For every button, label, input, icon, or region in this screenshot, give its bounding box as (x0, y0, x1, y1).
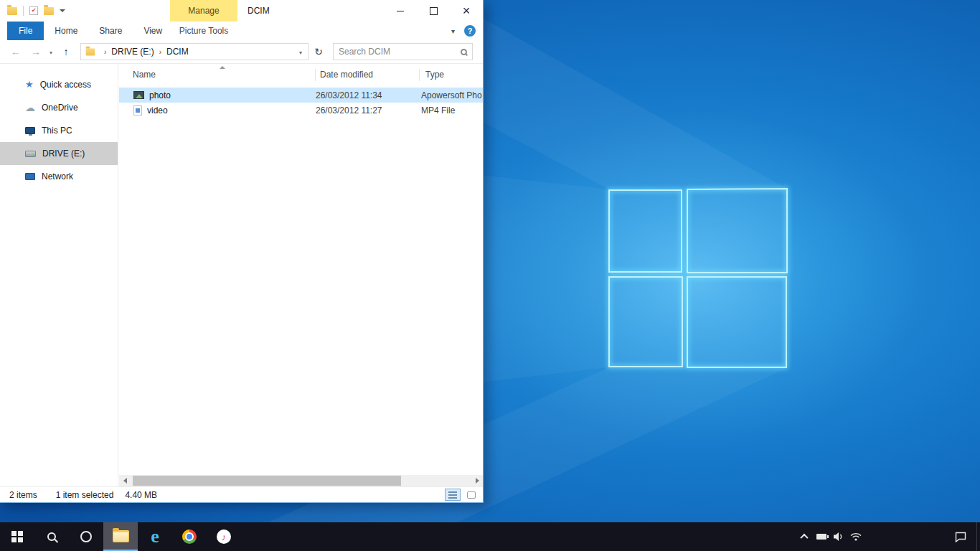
file-name-cell: video (119, 105, 316, 116)
search-icon[interactable] (461, 49, 467, 55)
itunes-icon (217, 529, 231, 544)
maximize-button[interactable] (417, 0, 450, 22)
address-dropdown-chevron-icon[interactable] (293, 47, 308, 57)
volume-icon[interactable] (830, 522, 847, 551)
taskbar-search-button[interactable] (34, 522, 69, 551)
scrollbar-track[interactable] (131, 475, 471, 486)
minimize-button[interactable] (384, 0, 417, 22)
network-wifi-icon[interactable] (847, 522, 864, 551)
recent-locations-chevron-icon[interactable] (46, 47, 56, 57)
search-input[interactable] (339, 47, 461, 57)
sidebar-item-label: Network (42, 171, 73, 182)
sidebar-item-drive-e[interactable]: DRIVE (E:) (0, 142, 118, 165)
search-icon (47, 532, 56, 541)
battery-icon[interactable] (813, 522, 830, 551)
column-header-date-modified[interactable]: Date modified (320, 64, 373, 85)
help-icon[interactable] (464, 25, 476, 37)
windows-logo-panes (609, 189, 787, 367)
window-controls (384, 0, 483, 22)
scrollbar-thumb[interactable] (133, 476, 401, 486)
address-bar[interactable]: DRIVE (E:) DCIM (80, 43, 308, 60)
cloud-icon (25, 103, 35, 113)
sidebar-item-label: OneDrive (42, 103, 78, 113)
breadcrumb-separator-icon (104, 48, 106, 56)
back-button[interactable] (6, 46, 26, 57)
drive-icon (25, 151, 36, 157)
scroll-left-arrow-icon[interactable] (119, 475, 131, 486)
horizontal-scrollbar[interactable] (119, 475, 483, 486)
ribbon-right-controls (451, 22, 476, 40)
quick-access-toolbar (7, 0, 65, 22)
ribbon-tab-bar: File Home Share View Picture Tools (0, 22, 483, 40)
breadcrumb-folder[interactable]: DCIM (166, 47, 189, 57)
explorer-main: Quick access OneDrive This PC DRIVE (E:)… (0, 64, 483, 486)
large-icons-view-button[interactable] (463, 489, 479, 501)
address-folder-icon (86, 48, 95, 55)
column-separator[interactable] (315, 69, 316, 81)
hidden-icons-chevron-icon[interactable] (796, 522, 813, 551)
tray-spacer (864, 522, 945, 551)
close-button[interactable] (450, 0, 483, 22)
items-count: 2 items (9, 490, 37, 500)
sidebar-item-quick-access[interactable]: Quick access (0, 73, 118, 96)
file-row-photo[interactable]: photo 26/03/2012 11:34 Apowersoft Pho (119, 88, 483, 103)
scroll-right-arrow-icon[interactable] (471, 475, 483, 486)
new-folder-icon[interactable] (44, 7, 54, 15)
refresh-icon[interactable] (310, 46, 327, 57)
customize-toolbar-chevron-icon[interactable] (60, 9, 65, 12)
file-row-video[interactable]: video 26/03/2012 11:27 MP4 File (119, 103, 483, 118)
star-icon (25, 80, 34, 90)
file-name: photo (149, 90, 171, 100)
view-toggles (445, 489, 479, 501)
expand-ribbon-chevron-icon[interactable] (451, 26, 455, 36)
tab-home[interactable]: Home (44, 22, 88, 40)
file-name-cell: photo (119, 90, 316, 100)
manage-ribbon-tab[interactable]: Manage (170, 0, 237, 22)
sidebar-item-label: DRIVE (E:) (42, 149, 85, 159)
file-type-cell: Apowersoft Pho (421, 90, 483, 100)
breadcrumb-separator-icon (159, 48, 161, 56)
selection-count: 1 item selected (56, 490, 114, 500)
taskbar-internet-explorer-button[interactable] (138, 522, 172, 551)
column-header-type[interactable]: Type (425, 64, 444, 85)
show-desktop-button[interactable] (976, 522, 980, 551)
tab-share[interactable]: Share (88, 22, 133, 40)
toolbar-separator (23, 6, 24, 16)
file-menu-tab[interactable]: File (7, 22, 44, 40)
column-separator[interactable] (419, 69, 420, 81)
file-rows: photo 26/03/2012 11:34 Apowersoft Pho vi… (119, 88, 483, 118)
sidebar-item-this-pc[interactable]: This PC (0, 119, 118, 142)
taskbar-file-explorer-button[interactable] (103, 522, 138, 551)
sidebar-item-label: This PC (42, 126, 72, 136)
start-button[interactable] (0, 522, 34, 551)
forward-button[interactable] (26, 46, 46, 57)
sidebar-item-onedrive[interactable]: OneDrive (0, 96, 118, 119)
column-header-name[interactable]: Name (133, 64, 156, 85)
navigation-sidebar: Quick access OneDrive This PC DRIVE (E:)… (0, 64, 118, 486)
cortana-button[interactable] (69, 522, 103, 551)
file-explorer-window: Manage DCIM File Home Share View Picture… (0, 0, 484, 503)
sidebar-item-label: Quick access (40, 80, 91, 90)
tab-picture-tools[interactable]: Picture Tools (170, 22, 237, 40)
desktop: Manage DCIM File Home Share View Picture… (0, 0, 980, 551)
search-box[interactable] (333, 43, 473, 60)
sidebar-item-network[interactable]: Network (0, 165, 118, 188)
tab-view[interactable]: View (133, 22, 173, 40)
window-title: DCIM (248, 0, 270, 22)
properties-icon[interactable] (29, 6, 38, 15)
network-icon (25, 173, 35, 180)
chrome-icon (182, 529, 197, 544)
selection-size: 4.40 MB (125, 490, 157, 500)
up-button[interactable] (56, 46, 76, 57)
details-view-button[interactable] (445, 489, 461, 501)
taskbar-itunes-button[interactable] (207, 522, 241, 551)
file-list-pane: Name Date modified Type photo 26/03/2012… (119, 64, 483, 486)
breadcrumb-drive[interactable]: DRIVE (E:) (111, 47, 154, 57)
navigation-bar: DRIVE (E:) DCIM (0, 40, 483, 64)
action-center-icon[interactable] (945, 522, 976, 551)
file-type-cell: MP4 File (421, 105, 483, 116)
taskbar-chrome-button[interactable] (172, 522, 207, 551)
file-date-cell: 26/03/2012 11:27 (316, 105, 421, 116)
computer-icon (25, 127, 35, 134)
title-bar: Manage DCIM (0, 0, 483, 22)
